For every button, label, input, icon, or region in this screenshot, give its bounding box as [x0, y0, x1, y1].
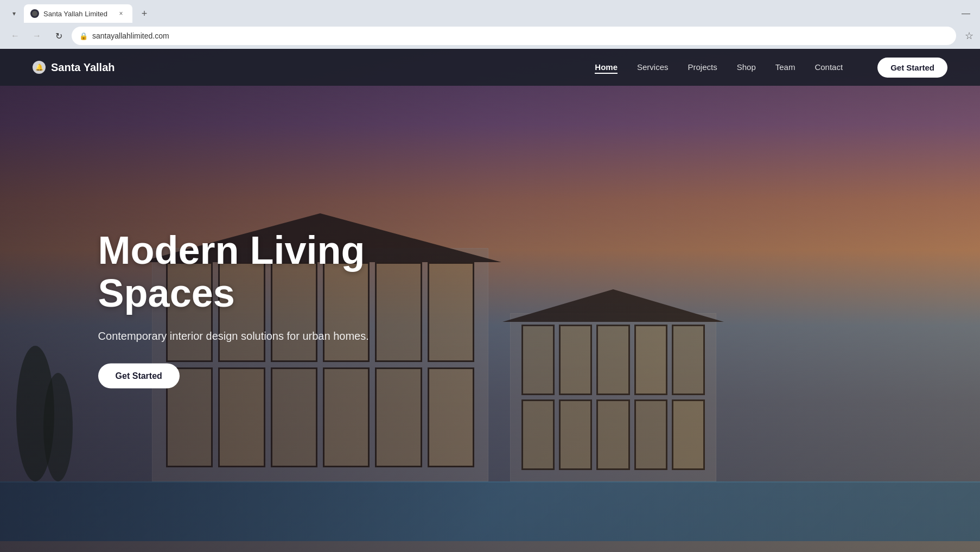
address-bar: ← → ↻ 🔒 santayallahlimited.com ☆	[0, 23, 980, 49]
address-field[interactable]: 🔒 santayallahlimited.com	[72, 27, 956, 45]
nav-link-services[interactable]: Services	[637, 62, 669, 72]
nav-link-shop[interactable]: Shop	[737, 62, 756, 72]
nav-item-projects[interactable]: Projects	[688, 62, 717, 72]
nav-link-home[interactable]: Home	[595, 62, 618, 74]
nav-link-contact[interactable]: Contact	[814, 62, 843, 72]
active-tab[interactable]: Santa Yallah Limited ×	[24, 4, 132, 23]
site-logo[interactable]: 🔔 Santa Yallah	[33, 61, 114, 74]
nav-item-contact[interactable]: Contact	[814, 62, 843, 72]
lock-icon: 🔒	[79, 32, 88, 40]
nav-cta-button[interactable]: Get Started	[877, 58, 947, 78]
tab-title: Santa Yallah Limited	[43, 10, 112, 18]
bookmark-icon[interactable]: ☆	[965, 30, 973, 42]
hero-content: Modern Living Spaces Contemporary interi…	[98, 229, 402, 388]
nav-cta-item[interactable]: Get Started	[862, 58, 947, 78]
nav-link-projects[interactable]: Projects	[688, 62, 717, 72]
url-display: santayallahlimited.com	[92, 31, 949, 40]
reload-button[interactable]: ↻	[50, 27, 67, 45]
tab-bar: ▾ Santa Yallah Limited × + —	[0, 0, 980, 23]
logo-name: Santa Yallah	[51, 61, 114, 74]
nav-item-home[interactable]: Home	[595, 62, 618, 72]
hero-section: 🔔 Santa Yallah Home Services Projects Sh…	[0, 49, 980, 552]
nav-item-services[interactable]: Services	[637, 62, 669, 72]
nav-item-team[interactable]: Team	[775, 62, 796, 72]
logo-icon-symbol: 🔔	[35, 64, 43, 71]
new-tab-button[interactable]: +	[137, 6, 152, 21]
site-navigation: 🔔 Santa Yallah Home Services Projects Sh…	[0, 49, 980, 86]
nav-item-shop[interactable]: Shop	[737, 62, 756, 72]
hero-cta-button[interactable]: Get Started	[98, 363, 180, 388]
tab-favicon	[30, 9, 39, 18]
hero-subtitle: Contemporary interior design solutions f…	[98, 327, 402, 344]
nav-link-team[interactable]: Team	[775, 62, 796, 72]
nav-links: Home Services Projects Shop Team Contact	[595, 58, 947, 78]
tab-close-button[interactable]: ×	[116, 9, 126, 18]
website-content: 🔔 Santa Yallah Home Services Projects Sh…	[0, 49, 980, 552]
browser-chrome: ▾ Santa Yallah Limited × + — ← → ↻ 🔒 san…	[0, 0, 980, 49]
logo-icon: 🔔	[33, 61, 46, 74]
back-button[interactable]: ←	[7, 27, 24, 45]
tab-dropdown-button[interactable]: ▾	[7, 6, 22, 21]
minimize-button[interactable]: —	[958, 6, 973, 21]
hero-title: Modern Living Spaces	[98, 229, 402, 314]
forward-button[interactable]: →	[28, 27, 46, 45]
